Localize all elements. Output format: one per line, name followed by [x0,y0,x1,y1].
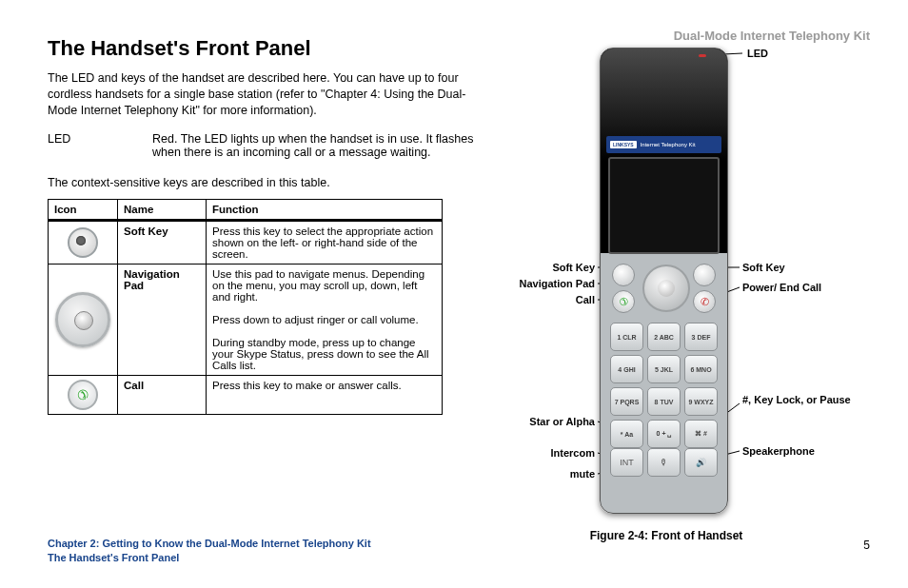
mute-key: 🎙 [647,448,681,477]
page-number: 5 [863,539,870,552]
handset-bottom-row: INT 🎙 🔊 [610,448,718,477]
table-row: ✆ Call Press this key to make or answer … [49,375,443,414]
row-func: Press this key to select the appropriate… [207,220,443,264]
brand-logo: LINKSYS [610,141,637,148]
key-4: 4 GHI [610,355,643,383]
footer-line1: Chapter 2: Getting to Know the Dual-Mode… [48,537,371,551]
callout-speaker: Speakerphone [742,445,815,457]
key-9: 9 WXYZ [684,387,718,416]
footer: Chapter 2: Getting to Know the Dual-Mode… [48,537,371,565]
callout-softkey-right: Soft Key [742,262,785,273]
footer-line2: The Handset's Front Panel [48,551,371,565]
intercom-key: INT [610,448,643,477]
intro-paragraph: The LED and keys of the handset are desc… [48,70,495,119]
table-row: Navigation Pad Use this pad to navigate … [49,264,443,375]
callout-softkey-left: Soft Key [457,262,595,273]
table-row: Soft Key Press this key to select the ap… [49,220,443,264]
callout-star: Star or Alpha [457,416,595,427]
key-5: 5 JKL [647,355,681,383]
key-hash: ⌘ # [684,420,718,448]
led-label: LED [48,132,152,159]
callout-power-end: Power/ End Call [742,282,821,293]
keys-table: Icon Name Function Soft Key Press this k… [48,199,443,415]
callout-navpad: Navigation Pad [457,278,595,289]
brand-text: Internet Telephony Kit [641,142,696,147]
key-2: 2 ABC [647,323,681,351]
key-1: 1 CLR [610,323,643,351]
th-function: Function [207,199,443,220]
row-func: Use this pad to navigate menus. Dependin… [207,264,443,375]
callout-hash: #, Key Lock, or Pause [742,394,851,405]
key-star: * Aa [610,420,643,448]
handset-call-key: ✆ [612,290,635,313]
speakerphone-key: 🔊 [684,448,718,477]
softkey-icon [68,227,98,258]
th-name: Name [118,199,207,220]
handset-led-icon [699,54,706,57]
callout-intercom: Intercom [457,447,595,459]
figure-caption: Figure 2-4: Front of Handset [457,529,876,542]
handset-illustration: LINKSYS Internet Telephony Kit ✆ ✆ 1 CLR… [600,48,728,514]
row-name: Call [118,375,207,414]
handset-brand-strip: LINKSYS Internet Telephony Kit [606,136,721,153]
handset-end-key: ✆ [693,290,716,313]
led-description: Red. The LED lights up when the handset … [152,132,495,159]
row-func: Press this key to make or answer calls. [207,375,443,414]
callout-call: Call [457,294,595,305]
callout-led: LED [747,48,768,59]
handset-screen [608,157,720,254]
call-icon: ✆ [68,380,98,410]
th-icon: Icon [49,199,118,220]
key-7: 7 PQRS [610,387,643,416]
key-8: 8 TUV [647,387,681,416]
handset-softkey-left [612,264,635,286]
handset-keypad: 1 CLR 2 ABC 3 DEF 4 GHI 5 JKL 6 MNO 7 PQ… [610,323,718,448]
navigation-pad-icon [55,292,110,347]
row-name: Navigation Pad [118,264,207,375]
row-name: Soft Key [118,220,207,264]
figure-front-of-handset: Soft Key Navigation Pad Call Star or Alp… [457,38,876,542]
handset-navigation-pad [642,265,690,312]
key-6: 6 MNO [684,355,718,383]
key-3: 3 DEF [684,323,718,351]
key-0: 0 + ␣ [647,420,681,448]
callout-mute: mute [457,468,595,480]
handset-softkey-right [693,264,716,286]
